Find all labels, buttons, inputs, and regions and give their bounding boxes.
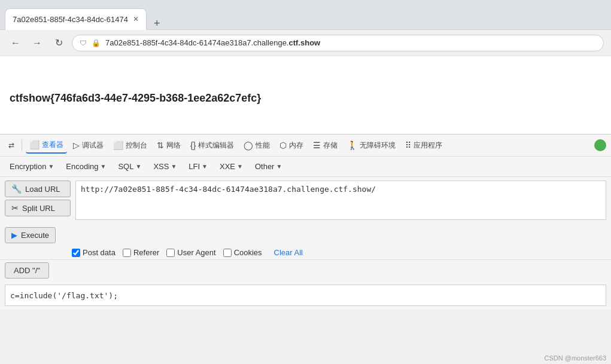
network-icon: ⇅ xyxy=(157,140,164,150)
console-label: 控制台 xyxy=(126,140,147,151)
new-tab-button[interactable]: + xyxy=(149,17,165,30)
execute-label: Execute xyxy=(21,231,49,240)
user-avatar xyxy=(594,139,606,151)
perf-icon: ◯ xyxy=(244,140,253,150)
post-data-label: Post data xyxy=(83,248,115,257)
address-bar[interactable]: 🛡 🔒 7a02e851-885f-4c34-84dc-61474ae318a7… xyxy=(72,35,604,51)
devtools-inspector-btn[interactable]: ⬜ 查看器 xyxy=(26,137,67,154)
hackbar-action-buttons: 🔧 Load URL ✂ Split URL xyxy=(5,181,71,222)
hackbar-code-input[interactable] xyxy=(5,285,606,306)
inspector-icon: ⬜ xyxy=(29,140,39,149)
accessibility-label: 无障碍环境 xyxy=(360,140,396,151)
other-label: Other xyxy=(255,162,275,171)
cookies-label: Cookies xyxy=(234,248,262,257)
post-data-option[interactable]: Post data xyxy=(72,248,115,257)
devtools-network-btn[interactable]: ⇅ 网络 xyxy=(153,138,184,153)
hackbar-menu: Encryption ▼ Encoding ▼ SQL ▼ XSS ▼ LFI … xyxy=(0,157,611,177)
add-slash-button[interactable]: ADD "/" xyxy=(5,262,49,279)
execute-icon: ▶ xyxy=(11,231,17,240)
load-url-icon: 🔧 xyxy=(11,184,22,194)
url-domain: ctf.show xyxy=(288,38,320,47)
debugger-label: 调试器 xyxy=(82,140,104,151)
encoding-menu[interactable]: Encoding ▼ xyxy=(61,160,111,173)
reload-button[interactable]: ↻ xyxy=(50,35,67,51)
referer-option[interactable]: Referer xyxy=(123,248,159,257)
hackbar-url-area xyxy=(75,181,606,222)
accessibility-icon: 🚶 xyxy=(347,140,357,150)
xss-arrow: ▼ xyxy=(171,163,177,170)
post-data-checkbox[interactable] xyxy=(72,249,80,257)
encryption-menu[interactable]: Encryption ▼ xyxy=(5,160,59,173)
tab-bar: 7a02e851-885f-4c34-84dc-61474 ✕ + xyxy=(5,0,165,30)
hackbar-execute-row: ▶ Execute xyxy=(0,226,611,246)
devtools-accessibility-btn[interactable]: 🚶 无障碍环境 xyxy=(344,138,399,153)
toolbar-separator xyxy=(22,139,22,151)
network-label: 网络 xyxy=(166,140,181,151)
hackbar-bottom-area xyxy=(0,281,611,310)
perf-label: 性能 xyxy=(256,140,270,151)
lfi-arrow: ▼ xyxy=(202,163,208,170)
xss-label: XSS xyxy=(153,162,169,171)
browser-tab[interactable]: 7a02e851-885f-4c34-84dc-61474 ✕ xyxy=(5,8,147,30)
other-menu[interactable]: Other ▼ xyxy=(250,160,287,173)
switch-icon: ⇄ xyxy=(8,141,14,149)
debugger-icon: ▷ xyxy=(73,140,80,150)
devtools-style-btn[interactable]: {} 样式编辑器 xyxy=(187,138,238,153)
devtools-debugger-btn[interactable]: ▷ 调试器 xyxy=(69,138,107,153)
lfi-menu[interactable]: LFI ▼ xyxy=(184,160,212,173)
xxe-label: XXE xyxy=(220,162,235,171)
hackbar-add-row: ADD "/" xyxy=(0,260,611,281)
referer-checkbox[interactable] xyxy=(123,249,131,257)
flag-text: ctfshow{746fa6d3-44e7-4295-b368-1ee2a62c… xyxy=(10,92,261,105)
shield-icon: 🛡 xyxy=(80,39,87,47)
devtools-memory-btn[interactable]: ⬡ 内存 xyxy=(276,138,307,153)
cookies-checkbox[interactable] xyxy=(223,249,232,257)
application-icon: ⠿ xyxy=(405,140,411,150)
xxe-arrow: ▼ xyxy=(237,163,243,170)
page-content: ctfshow{746fa6d3-44e7-4295-b368-1ee2a62c… xyxy=(0,56,611,134)
forward-button[interactable]: → xyxy=(29,35,45,51)
devtools-toolbar: ⇄ ⬜ 查看器 ▷ 调试器 ⬜ 控制台 ⇅ 网络 {} 样式编辑器 ◯ 性能 ⬡… xyxy=(0,134,611,157)
devtools-perf-btn[interactable]: ◯ 性能 xyxy=(240,138,273,153)
memory-label: 内存 xyxy=(289,140,303,151)
xxe-menu[interactable]: XXE ▼ xyxy=(215,160,248,173)
sql-label: SQL xyxy=(118,162,133,171)
style-label: 样式编辑器 xyxy=(198,140,234,151)
sql-menu[interactable]: SQL ▼ xyxy=(113,160,146,173)
sql-arrow: ▼ xyxy=(135,163,141,170)
devtools-storage-btn[interactable]: ☰ 存储 xyxy=(309,138,341,153)
devtools-console-btn[interactable]: ⬜ 控制台 xyxy=(110,138,151,153)
add-slash-label: ADD "/" xyxy=(14,266,40,275)
split-url-button[interactable]: ✂ Split URL xyxy=(5,200,71,216)
encoding-arrow: ▼ xyxy=(101,163,107,170)
devtools-application-btn[interactable]: ⠿ 应用程序 xyxy=(402,138,446,153)
cookies-option[interactable]: Cookies xyxy=(223,248,262,257)
user-agent-option[interactable]: User Agent xyxy=(166,248,215,257)
storage-label: 存储 xyxy=(323,140,338,151)
storage-icon: ☰ xyxy=(313,140,321,150)
load-url-button[interactable]: 🔧 Load URL xyxy=(5,181,71,197)
devtools-switch-button[interactable]: ⇄ xyxy=(5,139,18,152)
encoding-label: Encoding xyxy=(66,162,98,171)
split-url-label: Split URL xyxy=(22,204,55,213)
user-agent-checkbox[interactable] xyxy=(166,249,175,257)
tab-close-button[interactable]: ✕ xyxy=(133,15,139,23)
back-button[interactable]: ← xyxy=(7,35,24,51)
hackbar-url-input[interactable] xyxy=(75,181,606,220)
encryption-arrow: ▼ xyxy=(48,163,54,170)
load-url-label: Load URL xyxy=(25,185,60,194)
execute-button[interactable]: ▶ Execute xyxy=(5,227,56,243)
application-label: 应用程序 xyxy=(414,140,442,151)
lfi-label: LFI xyxy=(189,162,200,171)
lock-icon: 🔒 xyxy=(92,39,101,47)
hackbar-options-row: Post data Referer User Agent Cookies Cle… xyxy=(0,246,611,260)
xss-menu[interactable]: XSS ▼ xyxy=(148,160,181,173)
inspector-label: 查看器 xyxy=(42,140,63,150)
clear-all-button[interactable]: Clear All xyxy=(274,248,303,257)
browser-chrome: 7a02e851-885f-4c34-84dc-61474 ✕ + xyxy=(0,0,611,30)
console-icon: ⬜ xyxy=(113,140,123,150)
encryption-label: Encryption xyxy=(10,162,46,171)
csdn-watermark: CSDN @monster663 xyxy=(545,354,606,362)
tab-title: 7a02e851-885f-4c34-84dc-61474 xyxy=(13,15,128,24)
hackbar-main: 🔧 Load URL ✂ Split URL xyxy=(0,177,611,226)
